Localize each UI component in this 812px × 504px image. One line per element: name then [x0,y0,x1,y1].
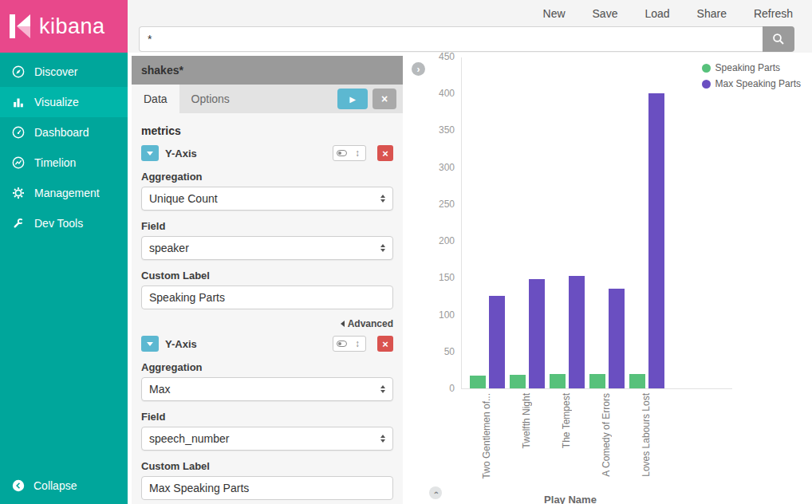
y-axis-tick-label: 300 [439,162,455,173]
sidebar-item-visualize[interactable]: Visualize [0,87,128,117]
custom-label-input[interactable] [141,285,393,309]
y-axis-tick-label: 100 [439,309,455,321]
bar-max-speaking-parts[interactable] [489,296,505,388]
bar-speaking-parts[interactable] [589,374,605,388]
wrench-icon [11,216,26,230]
legend-dot-icon [702,64,711,73]
sidebar-item-label: Management [34,187,100,199]
legend-label: Speaking Parts [715,62,780,73]
sidebar-item-label: Dev Tools [34,217,83,230]
disable-agg-toggle-icon[interactable] [333,337,349,351]
advanced-toggle[interactable]: Advanced [141,318,393,329]
collapse-agg-button[interactable] [141,336,159,352]
x-axis-title: Play Name [462,494,679,504]
bar-chart-icon [11,95,26,109]
sidebar-item-management[interactable]: Management [0,178,128,208]
y-axis-tick-label: 200 [439,235,455,246]
tab-options[interactable]: Options [179,85,242,113]
legend-item[interactable]: Speaking Parts [702,62,801,73]
advanced-caret-icon [341,321,345,327]
agg-header-2: Y-Axis ↕ × [141,336,393,352]
app-title: kibana [39,14,105,39]
load-button[interactable]: Load [644,7,669,20]
play-icon: ▶ [349,95,356,104]
sidebar-item-dev-tools[interactable]: Dev Tools [0,208,128,238]
agg-title: Y-Axis [165,338,197,350]
sidebar-item-label: Timelion [34,156,76,169]
aggregation-select[interactable]: Max [141,377,393,401]
bar-group [510,279,545,388]
gear-icon [11,186,26,200]
y-axis-tick-label: 400 [439,88,455,99]
kibana-logo[interactable]: kibana [0,0,128,53]
aggregation-value: Max [149,383,170,396]
collapse-chevron-icon [11,478,26,493]
bar-speaking-parts[interactable] [470,376,486,388]
collapse-editor-chevron[interactable]: › [412,62,425,76]
scroll-top-chevron[interactable]: › [429,486,442,499]
bar-group [470,296,505,388]
y-axis-tick-label: 450 [439,51,455,62]
remove-agg-button[interactable]: × [377,145,393,161]
y-axis-tick-label: 350 [439,124,455,136]
bar-speaking-parts[interactable] [510,375,526,388]
sidebar-item-dashboard[interactable]: Dashboard [0,117,128,148]
select-caret-icon [380,195,385,203]
top-header: New Save Load Share Refresh [128,0,812,53]
gauge-icon [11,125,26,140]
bar-speaking-parts[interactable] [550,374,566,388]
remove-icon: × [382,148,388,159]
kibana-logo-icon [8,12,32,41]
field-select[interactable]: speech_number [141,427,393,451]
sidebar-item-label: Dashboard [34,126,89,139]
refresh-button[interactable]: Refresh [754,7,793,20]
custom-label-label: Custom Label [141,460,393,472]
field-label: Field [141,220,393,232]
reorder-agg-icon[interactable]: ↕ [349,146,365,160]
x-axis-tick-label: Two Gentlemen of... [481,393,492,478]
tab-data[interactable]: Data [132,85,179,113]
search-input[interactable] [139,26,763,52]
bar-max-speaking-parts[interactable] [609,289,625,388]
bar-group [629,93,664,388]
y-axis-tick-label: 250 [439,199,455,210]
bar-max-speaking-parts[interactable] [569,276,585,388]
reorder-agg-icon[interactable]: ↕ [349,337,365,351]
legend-item[interactable]: Max Speaking Parts [702,78,801,89]
collapse-agg-button[interactable] [141,145,159,161]
custom-label-label: Custom Label [141,270,393,282]
editor-tabs: Data Options ▶ × [132,85,403,113]
bar-group [589,289,625,388]
new-button[interactable]: New [543,7,566,20]
sidebar-item-label: Discover [34,65,77,78]
share-button[interactable]: Share [697,7,727,20]
bar-speaking-parts[interactable] [629,374,645,388]
x-axis-tick-label: Loves Labours Lost [641,393,652,477]
aggregation-label: Aggregation [141,361,393,373]
sidebar-collapse-button[interactable]: Collapse [0,467,128,504]
aggregation-select[interactable]: Unique Count [141,187,393,211]
bar-max-speaking-parts[interactable] [529,279,545,388]
apply-changes-button[interactable]: ▶ [337,89,368,109]
toolbar: New Save Load Share Refresh [128,0,812,26]
search-bar [139,26,794,52]
bar-max-speaking-parts[interactable] [648,93,664,388]
legend-label: Max Speaking Parts [715,78,801,89]
remove-agg-button[interactable]: × [377,336,393,352]
custom-label-input[interactable] [141,476,393,500]
y-axis-tick-label: 0 [449,383,455,394]
discard-changes-button[interactable]: × [372,89,396,109]
sidebar-item-timelion[interactable]: Timelion [0,148,128,178]
agg-controls: ↕ [333,336,366,352]
search-button[interactable] [763,26,794,52]
index-pattern-header: shakes* [132,56,403,85]
x-axis-tick-label: Twelfth Night [521,393,532,448]
field-select[interactable]: speaker [141,236,393,260]
compass-icon [11,65,26,79]
sidebar-item-discover[interactable]: Discover [0,57,128,87]
save-button[interactable]: Save [593,7,618,20]
metrics-heading: metrics [141,124,393,137]
disable-agg-toggle-icon[interactable] [333,146,349,160]
select-caret-icon [380,244,385,252]
y-axis-tick-label: 50 [444,346,455,357]
